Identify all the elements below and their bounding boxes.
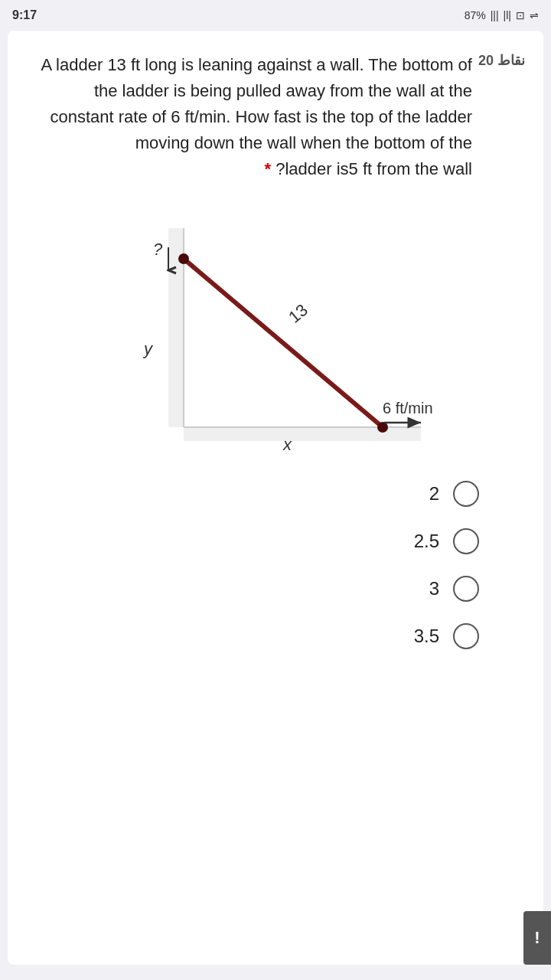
- diagram-container: ? y x 13 6 ft/min: [26, 205, 525, 466]
- status-bar: 9:17 87% ||| |l| ⊡ ⇌: [0, 0, 551, 31]
- diagram-y-label: y: [142, 339, 154, 358]
- option-circle-3[interactable]: [453, 576, 479, 602]
- option-circle-2[interactable]: [453, 481, 479, 507]
- option-label-3-5: 3.5: [409, 626, 439, 647]
- diagram-speed-label: 6 ft/min: [383, 400, 433, 416]
- option-label-3: 3: [409, 578, 439, 599]
- option-label-2-5: 2.5: [409, 531, 439, 552]
- option-label-2: 2: [409, 483, 439, 505]
- points-badge: نقاط 20: [478, 52, 525, 69]
- asterisk: *: [264, 159, 271, 178]
- question-text: A ladder 13 ft long is leaning against a…: [26, 52, 472, 182]
- bottom-btn-icon: !: [534, 928, 540, 948]
- battery-icon: 87%: [465, 9, 486, 21]
- option-item-2: 2: [409, 481, 479, 507]
- diagram-x-label: x: [282, 435, 292, 454]
- diagram-question-mark: ?: [153, 240, 163, 259]
- svg-line-4: [184, 259, 383, 427]
- options-container: 2 2.5 3 3.5: [26, 481, 525, 649]
- status-icons: 87% ||| |l| ⊡ ⇌: [465, 9, 539, 21]
- wifi-icon: |l|: [504, 9, 511, 21]
- svg-point-5: [178, 253, 189, 264]
- question-header: A ladder 13 ft long is leaning against a…: [26, 52, 525, 182]
- diagram-svg: ? y x 13 6 ft/min: [99, 205, 452, 466]
- option-circle-3-5[interactable]: [453, 623, 479, 649]
- screen-icon: ⊡: [516, 9, 525, 21]
- diagram-ladder-label: 13: [285, 300, 311, 327]
- question-highlighted: ?ladder is5 ft from the wall: [276, 159, 472, 178]
- status-time: 9:17: [12, 8, 37, 22]
- option-circle-2-5[interactable]: [453, 528, 479, 554]
- bottom-right-button[interactable]: !: [523, 911, 551, 965]
- option-item-2-5: 2.5: [409, 528, 479, 554]
- main-card: A ladder 13 ft long is leaning against a…: [8, 31, 543, 965]
- option-item-3-5: 3.5: [409, 623, 479, 649]
- hotspot-icon: ⇌: [530, 9, 539, 21]
- signal-icon: |||: [491, 9, 499, 21]
- option-item-3: 3: [409, 576, 479, 602]
